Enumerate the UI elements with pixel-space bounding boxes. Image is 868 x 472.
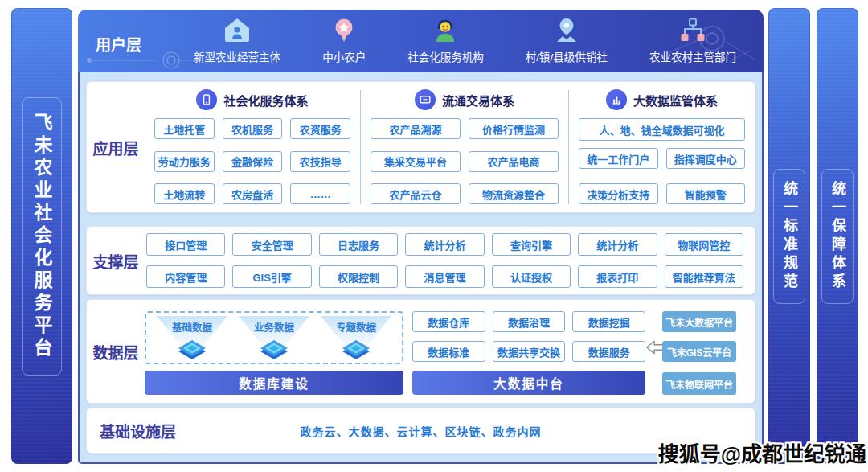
app-item: 物流资源整合 [469,183,559,204]
database-thematic-data: 专题数据 [315,314,397,361]
data-diamond-icon [175,339,209,360]
column-socialized-service-system: 社会化服务体系 土地托管 农机服务 农资服务 劳动力服务 金融保险 农技指导 土… [145,82,360,212]
monitor-icon [415,89,436,110]
infrastructure-layer-section: 政务云、大数据、云计算、区块链、政务内网 基础设施层 [86,408,755,454]
data-layer-section: 数据层 基础数据 [86,299,755,404]
support-item: 统计分析 [405,233,484,256]
org-chart-icon [679,18,706,46]
platform-button-bigdata: 飞未大数据平台 [662,311,736,332]
service-agent-icon [432,18,459,46]
app-item: 农产品电商 [469,151,559,172]
user-items-row: 新型农业经营主体 中小农户 [173,14,757,68]
data-diamond-icon [257,339,291,360]
app-item: 价格行情监测 [469,118,559,139]
phone-icon [196,89,217,110]
user-item-agri-authorities: 农业农村主管部门 [649,18,736,64]
app-item: 农房盘活 [223,183,283,204]
bar-chart-icon [606,89,627,110]
database-basic-data: 基础数据 [151,314,233,361]
platform-title: 飞未农业社会化服务平台 [22,97,62,376]
app-item: 农产品溯源 [371,118,461,139]
app-item: 土地托管 [154,118,215,139]
pin-star-icon [332,18,356,46]
data-diamond-icon [339,339,373,360]
column-title: 大数据监管体系 [633,92,718,109]
platform-button-gis-cloud: 飞未GIS云平台 [662,341,736,362]
data-item: 数据服务 [572,341,645,362]
support-item: 查询引擎 [492,233,571,256]
data-item: 数据仓库 [412,311,485,332]
database-business-data: 业务数据 [233,314,315,361]
column-trade-circulation-system: 流通交易体系 农产品溯源 价格行情监测 集采交易平台 农产品电商 农产品云仓 物… [361,82,568,212]
app-item: 指挥调度中心 [666,148,746,169]
data-item: 数据标准 [412,341,485,362]
app-item: 智能预警 [666,183,746,204]
app-item: 劳动力服务 [154,151,215,172]
data-item: 数据共享交换 [493,341,566,362]
support-item: 接口管理 [146,233,225,256]
data-item: 数据挖掘 [572,311,645,332]
app-item: …… [290,183,350,204]
column-title: 流通交易体系 [442,92,514,109]
infrastructure-layer-label: 基础设施层 [100,420,176,441]
database-label: 业务数据 [233,319,315,335]
app-item: 金融保险 [223,151,283,172]
unified-standards-label: 统一标准规范 [773,169,805,304]
user-item-label: 社会化服务机构 [407,48,484,64]
database-dashed-box: 基础数据 业务数据 [145,311,403,364]
user-item-label: 农业农村主管部门 [649,48,736,64]
support-item: 安全管理 [232,233,311,256]
platform-title-pillar: 飞未农业社会化服务平台 [11,8,72,464]
user-item-small-farmers: 中小农户 [322,18,366,64]
location-pin-icon [555,18,579,46]
support-item: 权限控制 [319,265,398,288]
user-item-label: 村/镇/县级供销社 [526,48,608,64]
support-item: 日志服务 [319,233,398,256]
support-item: 认证授权 [492,265,571,288]
support-layer-label: 支撑层 [87,227,145,294]
support-item: 智能推荐算法 [665,265,743,288]
app-item: 统一工作门户 [579,148,658,169]
user-item-label: 中小农户 [322,48,366,64]
sohu-watermark: 搜狐号@成都世纪锐通 [658,437,866,467]
support-item: 报表打印 [578,265,657,288]
user-item-service-orgs: 社会化服务机构 [407,18,484,64]
user-item-supply-coops: 村/镇/县级供销社 [526,18,608,64]
user-item-label: 新型农业经营主体 [194,48,280,64]
database-label: 基础数据 [151,319,233,335]
app-item: 农技指导 [290,151,350,172]
data-capability-grid: 数据仓库 数据治理 数据挖掘 数据标准 数据共享交换 数据服务 [412,311,645,362]
data-layer-label: 数据层 [87,300,145,403]
database-construction-bar: 数据库建设 [145,371,403,395]
main-panel: 应用层 社会化服务体系 土地托管 农机服务 [78,72,764,464]
column-title: 社会化服务体系 [223,92,308,109]
app-item: 农产品云仓 [371,183,461,204]
unified-standards-pillar: 统一标准规范 [768,8,810,464]
app-item-wide: 人、地、钱全域数据可视化 [579,118,745,141]
application-layer-section: 应用层 社会化服务体系 土地托管 农机服务 [86,81,755,213]
data-item: 数据治理 [493,311,566,332]
support-item: 内容管理 [146,265,225,288]
user-item-new-agri-operators: 新型农业经营主体 [194,18,280,64]
app-item: 决策分析支持 [579,183,658,204]
user-layer-label: 用户层 [96,33,141,55]
app-item: 集采交易平台 [371,151,461,172]
app-item: 农机服务 [223,118,283,139]
app-item: 土地流转 [154,183,215,204]
platform-button-iot: 飞未物联网平台 [662,372,736,395]
support-item: 消息管理 [405,265,484,288]
support-item: 物联网管控 [665,233,743,256]
user-layer-header: 用户层 新型农业经营主体 [78,10,764,72]
architecture-diagram: 飞未农业社会化服务平台 用户层 [0,0,868,472]
column-bigdata-supervision-system: 大数据监管体系 人、地、钱全域数据可视化 统一工作门户 指挥调度中心 决策分析支… [569,82,755,212]
support-item: 统计分析 [578,233,657,256]
support-layer-section: 支撑层 接口管理 安全管理 日志服务 统计分析 查询引擎 统计分析 物联网管控 … [86,226,755,295]
house-icon [223,18,251,46]
app-item: 农资服务 [290,118,350,139]
support-item: GIS引擎 [232,265,311,288]
unified-guarantee-pillar: 统一保障体系 [817,8,858,464]
application-layer-label: 应用层 [87,82,145,212]
infrastructure-items: 政务云、大数据、云计算、区块链、政务内网 [87,423,755,439]
database-label: 专题数据 [315,319,397,335]
unified-guarantee-label: 统一保障体系 [821,169,854,304]
